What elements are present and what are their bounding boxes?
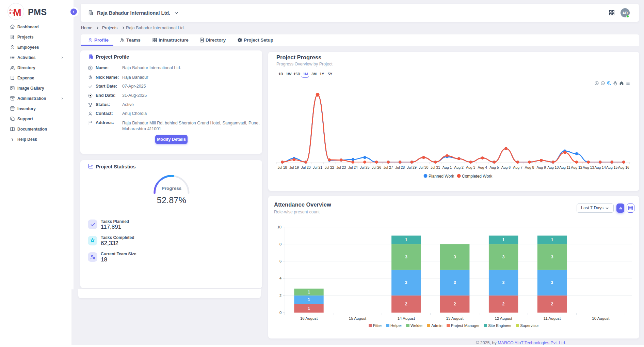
svg-text:1: 1 (502, 238, 505, 242)
svg-text:11 August: 11 August (544, 316, 561, 320)
svg-text:8: 8 (279, 242, 281, 246)
svg-text:Jul 25: Jul 25 (360, 165, 369, 169)
svg-text:Aug 3: Aug 3 (466, 165, 476, 169)
svg-text:M: M (13, 7, 21, 18)
svg-text:1: 1 (308, 297, 310, 302)
svg-text:2: 2 (405, 302, 407, 306)
svg-text:0: 0 (279, 311, 281, 315)
svg-text:Jul 26: Jul 26 (372, 165, 381, 169)
svg-text:1: 1 (308, 290, 310, 295)
svg-text:Jul 24: Jul 24 (348, 165, 358, 169)
svg-text:6: 6 (279, 259, 281, 263)
svg-text:3: 3 (502, 280, 505, 285)
svg-text:Aug 7: Aug 7 (513, 165, 522, 169)
svg-text:3: 3 (405, 255, 407, 259)
svg-text:Jul 31: Jul 31 (431, 165, 440, 169)
svg-text:Jul 21: Jul 21 (313, 165, 322, 169)
svg-text:1: 1 (308, 306, 310, 311)
svg-text:15 August: 15 August (349, 316, 367, 320)
svg-text:Jul 20: Jul 20 (301, 165, 311, 169)
svg-text:3: 3 (454, 255, 456, 259)
svg-text:Aug 13: Aug 13 (583, 165, 594, 169)
svg-text:Jul 27: Jul 27 (384, 165, 393, 169)
svg-text:3: 3 (405, 280, 407, 285)
svg-text:Aug 5: Aug 5 (489, 165, 499, 169)
svg-text:3: 3 (551, 255, 553, 259)
svg-text:Aug 14: Aug 14 (594, 165, 606, 169)
svg-text:2: 2 (502, 302, 505, 306)
svg-text:Aug 2: Aug 2 (454, 165, 464, 169)
svg-text:Jul 30: Jul 30 (419, 165, 428, 169)
svg-text:Aug 6: Aug 6 (501, 165, 511, 169)
svg-text:Aug 15: Aug 15 (606, 165, 617, 169)
svg-text:Aug 9: Aug 9 (536, 165, 546, 169)
svg-text:2: 2 (551, 302, 553, 306)
svg-text:Aug 10: Aug 10 (547, 165, 559, 169)
svg-text:14 August: 14 August (398, 316, 415, 320)
svg-text:Aug 16: Aug 16 (618, 165, 629, 169)
svg-text:Completed Work: Completed Work (462, 174, 493, 179)
svg-text:16 August: 16 August (300, 316, 318, 320)
svg-text:12 August: 12 August (495, 316, 513, 320)
svg-text:1: 1 (551, 238, 553, 242)
svg-text:Jul 23: Jul 23 (336, 165, 346, 169)
svg-text:Jul 28: Jul 28 (395, 165, 405, 169)
svg-text:2: 2 (454, 302, 456, 306)
svg-text:Jul 18: Jul 18 (277, 165, 287, 169)
svg-text:1: 1 (405, 238, 407, 242)
svg-text:Aug 12: Aug 12 (571, 165, 582, 169)
svg-text:3: 3 (502, 255, 505, 259)
svg-text:Aug 4: Aug 4 (478, 165, 487, 169)
svg-text:Jul 19: Jul 19 (289, 165, 299, 169)
svg-text:10 August: 10 August (592, 316, 610, 320)
svg-text:3: 3 (551, 280, 553, 285)
svg-text:4: 4 (279, 276, 281, 280)
svg-text:13 August: 13 August (446, 316, 464, 320)
svg-text:Aug 1: Aug 1 (442, 165, 452, 169)
svg-text:Jul 29: Jul 29 (407, 165, 417, 169)
svg-text:3: 3 (454, 280, 456, 285)
svg-text:Aug 11: Aug 11 (559, 165, 570, 169)
svg-text:Jul 22: Jul 22 (325, 165, 334, 169)
svg-text:Aug 8: Aug 8 (525, 165, 534, 169)
svg-text:10: 10 (277, 225, 281, 229)
svg-text:Planned Work: Planned Work (429, 174, 454, 179)
svg-text:2: 2 (279, 293, 281, 298)
